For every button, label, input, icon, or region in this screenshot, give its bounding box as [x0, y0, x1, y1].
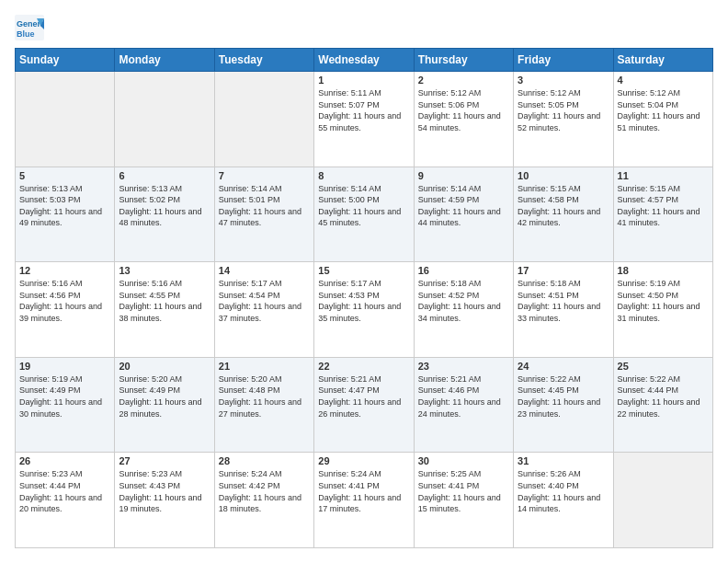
- calendar-cell: 18Sunrise: 5:19 AMSunset: 4:50 PMDayligh…: [613, 262, 712, 358]
- day-number: 10: [518, 170, 609, 181]
- day-number: 26: [19, 455, 110, 466]
- weekday-header-friday: Friday: [514, 49, 613, 72]
- calendar-cell: 28Sunrise: 5:24 AMSunset: 4:42 PMDayligh…: [214, 453, 313, 548]
- cell-sun-info: Sunrise: 5:21 AMSunset: 4:47 PMDaylight:…: [318, 373, 409, 419]
- calendar-cell: [214, 72, 313, 167]
- day-number: 24: [518, 361, 609, 372]
- calendar-cell: 13Sunrise: 5:16 AMSunset: 4:55 PMDayligh…: [115, 262, 214, 358]
- day-number: 13: [119, 265, 210, 276]
- day-number: 30: [418, 455, 509, 466]
- weekday-header-sunday: Sunday: [16, 49, 115, 72]
- cell-sun-info: Sunrise: 5:22 AMSunset: 4:44 PMDaylight:…: [618, 373, 709, 419]
- day-number: 31: [518, 455, 609, 466]
- calendar-cell: 12Sunrise: 5:16 AMSunset: 4:56 PMDayligh…: [16, 262, 115, 358]
- cell-sun-info: Sunrise: 5:12 AMSunset: 5:05 PMDaylight:…: [518, 87, 609, 133]
- calendar-cell: 14Sunrise: 5:17 AMSunset: 4:54 PMDayligh…: [214, 262, 313, 358]
- cell-sun-info: Sunrise: 5:15 AMSunset: 4:57 PMDaylight:…: [618, 183, 709, 229]
- calendar-cell: 27Sunrise: 5:23 AMSunset: 4:43 PMDayligh…: [115, 453, 214, 548]
- calendar-cell: 30Sunrise: 5:25 AMSunset: 4:41 PMDayligh…: [414, 453, 513, 548]
- calendar-cell: 29Sunrise: 5:24 AMSunset: 4:41 PMDayligh…: [314, 453, 414, 548]
- calendar-cell: 11Sunrise: 5:15 AMSunset: 4:57 PMDayligh…: [613, 167, 712, 262]
- day-number: 2: [418, 75, 509, 86]
- day-number: 21: [219, 361, 310, 372]
- calendar-cell: 4Sunrise: 5:12 AMSunset: 5:04 PMDaylight…: [613, 72, 712, 167]
- day-number: 5: [19, 170, 110, 181]
- weekday-header-thursday: Thursday: [414, 49, 513, 72]
- cell-sun-info: Sunrise: 5:22 AMSunset: 4:45 PMDaylight:…: [518, 373, 609, 419]
- day-number: 12: [19, 265, 110, 276]
- calendar-cell: 25Sunrise: 5:22 AMSunset: 4:44 PMDayligh…: [613, 357, 712, 453]
- day-number: 29: [318, 455, 409, 466]
- cell-sun-info: Sunrise: 5:14 AMSunset: 5:00 PMDaylight:…: [318, 183, 409, 229]
- cell-sun-info: Sunrise: 5:23 AMSunset: 4:43 PMDaylight:…: [119, 468, 210, 514]
- cell-sun-info: Sunrise: 5:16 AMSunset: 4:56 PMDaylight:…: [19, 278, 110, 324]
- cell-sun-info: Sunrise: 5:26 AMSunset: 4:40 PMDaylight:…: [518, 468, 609, 514]
- calendar-cell: 24Sunrise: 5:22 AMSunset: 4:45 PMDayligh…: [514, 357, 613, 453]
- calendar-cell: 9Sunrise: 5:14 AMSunset: 4:59 PMDaylight…: [414, 167, 513, 262]
- cell-sun-info: Sunrise: 5:15 AMSunset: 4:58 PMDaylight:…: [518, 183, 609, 229]
- day-number: 16: [418, 265, 509, 276]
- day-number: 17: [518, 265, 609, 276]
- calendar-week-3: 12Sunrise: 5:16 AMSunset: 4:56 PMDayligh…: [16, 262, 713, 358]
- cell-sun-info: Sunrise: 5:17 AMSunset: 4:53 PMDaylight:…: [318, 278, 409, 324]
- day-number: 18: [618, 265, 709, 276]
- day-number: 9: [418, 170, 509, 181]
- day-number: 4: [618, 75, 709, 86]
- calendar-cell: 3Sunrise: 5:12 AMSunset: 5:05 PMDaylight…: [514, 72, 613, 167]
- calendar-cell: [613, 453, 712, 548]
- calendar-cell: 23Sunrise: 5:21 AMSunset: 4:46 PMDayligh…: [414, 357, 513, 453]
- day-number: 6: [119, 170, 210, 181]
- calendar-cell: 8Sunrise: 5:14 AMSunset: 5:00 PMDaylight…: [314, 167, 414, 262]
- calendar-cell: 21Sunrise: 5:20 AMSunset: 4:48 PMDayligh…: [214, 357, 313, 453]
- cell-sun-info: Sunrise: 5:13 AMSunset: 5:02 PMDaylight:…: [119, 183, 210, 229]
- logo-icon: General Blue: [15, 15, 44, 40]
- day-number: 19: [19, 361, 110, 372]
- cell-sun-info: Sunrise: 5:21 AMSunset: 4:46 PMDaylight:…: [418, 373, 509, 419]
- cell-sun-info: Sunrise: 5:19 AMSunset: 4:49 PMDaylight:…: [19, 373, 110, 419]
- calendar-cell: 20Sunrise: 5:20 AMSunset: 4:49 PMDayligh…: [115, 357, 214, 453]
- cell-sun-info: Sunrise: 5:16 AMSunset: 4:55 PMDaylight:…: [119, 278, 210, 324]
- day-number: 22: [318, 361, 409, 372]
- day-number: 14: [219, 265, 310, 276]
- day-number: 28: [219, 455, 310, 466]
- calendar-cell: 26Sunrise: 5:23 AMSunset: 4:44 PMDayligh…: [16, 453, 115, 548]
- weekday-header-monday: Monday: [115, 49, 214, 72]
- cell-sun-info: Sunrise: 5:25 AMSunset: 4:41 PMDaylight:…: [418, 468, 509, 514]
- calendar-week-5: 26Sunrise: 5:23 AMSunset: 4:44 PMDayligh…: [16, 453, 713, 548]
- day-number: 25: [618, 361, 709, 372]
- day-number: 1: [318, 75, 409, 86]
- calendar-week-1: 1Sunrise: 5:11 AMSunset: 5:07 PMDaylight…: [16, 72, 713, 167]
- svg-text:Blue: Blue: [17, 29, 35, 39]
- calendar-cell: 17Sunrise: 5:18 AMSunset: 4:51 PMDayligh…: [514, 262, 613, 358]
- cell-sun-info: Sunrise: 5:17 AMSunset: 4:54 PMDaylight:…: [219, 278, 310, 324]
- day-number: 7: [219, 170, 310, 181]
- day-number: 20: [119, 361, 210, 372]
- page-header: General Blue: [15, 15, 713, 40]
- cell-sun-info: Sunrise: 5:11 AMSunset: 5:07 PMDaylight:…: [318, 87, 409, 133]
- calendar-cell: [16, 72, 115, 167]
- cell-sun-info: Sunrise: 5:18 AMSunset: 4:51 PMDaylight:…: [518, 278, 609, 324]
- calendar-cell: 31Sunrise: 5:26 AMSunset: 4:40 PMDayligh…: [514, 453, 613, 548]
- cell-sun-info: Sunrise: 5:14 AMSunset: 5:01 PMDaylight:…: [219, 183, 310, 229]
- day-number: 23: [418, 361, 509, 372]
- weekday-header-saturday: Saturday: [613, 49, 712, 72]
- calendar-cell: 19Sunrise: 5:19 AMSunset: 4:49 PMDayligh…: [16, 357, 115, 453]
- weekday-header-tuesday: Tuesday: [214, 49, 313, 72]
- calendar-week-4: 19Sunrise: 5:19 AMSunset: 4:49 PMDayligh…: [16, 357, 713, 453]
- calendar-header-row: SundayMondayTuesdayWednesdayThursdayFrid…: [16, 49, 713, 72]
- calendar-cell: 1Sunrise: 5:11 AMSunset: 5:07 PMDaylight…: [314, 72, 414, 167]
- day-number: 11: [618, 170, 709, 181]
- calendar-cell: 10Sunrise: 5:15 AMSunset: 4:58 PMDayligh…: [514, 167, 613, 262]
- day-number: 15: [318, 265, 409, 276]
- logo: General Blue: [15, 15, 46, 40]
- calendar-cell: [115, 72, 214, 167]
- cell-sun-info: Sunrise: 5:24 AMSunset: 4:41 PMDaylight:…: [318, 468, 409, 514]
- cell-sun-info: Sunrise: 5:23 AMSunset: 4:44 PMDaylight:…: [19, 468, 110, 514]
- calendar-cell: 16Sunrise: 5:18 AMSunset: 4:52 PMDayligh…: [414, 262, 513, 358]
- calendar-cell: 7Sunrise: 5:14 AMSunset: 5:01 PMDaylight…: [214, 167, 313, 262]
- calendar-cell: 6Sunrise: 5:13 AMSunset: 5:02 PMDaylight…: [115, 167, 214, 262]
- day-number: 8: [318, 170, 409, 181]
- calendar-table: SundayMondayTuesdayWednesdayThursdayFrid…: [15, 48, 713, 548]
- cell-sun-info: Sunrise: 5:20 AMSunset: 4:49 PMDaylight:…: [119, 373, 210, 419]
- day-number: 3: [518, 75, 609, 86]
